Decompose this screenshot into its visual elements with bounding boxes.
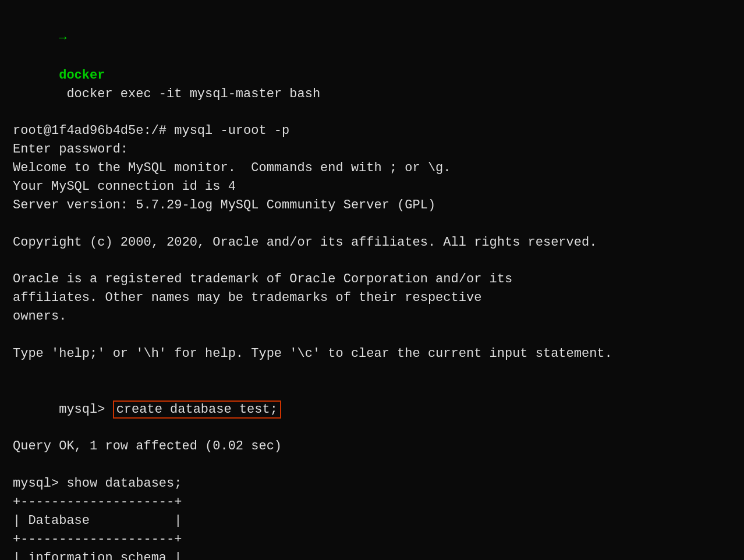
terminal-line: Copyright (c) 2000, 2020, Oracle and/or … <box>13 233 731 252</box>
empty-line <box>13 326 731 345</box>
terminal-window: → docker docker exec -it mysql-master ba… <box>13 10 731 550</box>
terminal-line: Type 'help;' or '\h' for help. Type '\c'… <box>13 345 731 363</box>
empty-line <box>13 363 731 382</box>
terminal-line: Your MySQL connection id is 4 <box>13 178 731 196</box>
empty-line <box>13 215 731 233</box>
docker-command-line: → docker docker exec -it mysql-master ba… <box>13 10 731 122</box>
mysql-prompt: mysql> <box>59 402 112 417</box>
empty-line <box>13 252 731 271</box>
mysql-command-line: mysql> create database test; <box>13 382 731 438</box>
terminal-line: +--------------------+ <box>13 530 731 549</box>
highlighted-command: create database test; <box>113 400 281 419</box>
terminal-line: owners. <box>13 307 731 326</box>
terminal-line: Server version: 5.7.29-log MySQL Communi… <box>13 196 731 215</box>
empty-line <box>13 456 731 474</box>
terminal-line: +--------------------+ <box>13 493 731 512</box>
terminal-content: → docker docker exec -it mysql-master ba… <box>13 10 731 560</box>
docker-keyword: docker <box>59 68 105 83</box>
docker-rest: docker exec -it mysql-master bash <box>59 87 320 101</box>
arrow-icon: → <box>59 31 66 45</box>
terminal-line: Query OK, 1 row affected (0.02 sec) <box>13 437 731 456</box>
terminal-line: root@1f4ad96b4d5e:/# mysql -uroot -p <box>13 122 731 140</box>
terminal-line: mysql> show databases; <box>13 474 731 493</box>
terminal-line: | information_schema | <box>13 549 731 560</box>
terminal-line: affiliates. Other names may be trademark… <box>13 289 731 307</box>
terminal-line: | Database | <box>13 512 731 530</box>
terminal-line: Oracle is a registered trademark of Orac… <box>13 270 731 289</box>
terminal-line: Enter password: <box>13 140 731 159</box>
terminal-line: Welcome to the MySQL monitor. Commands e… <box>13 159 731 178</box>
